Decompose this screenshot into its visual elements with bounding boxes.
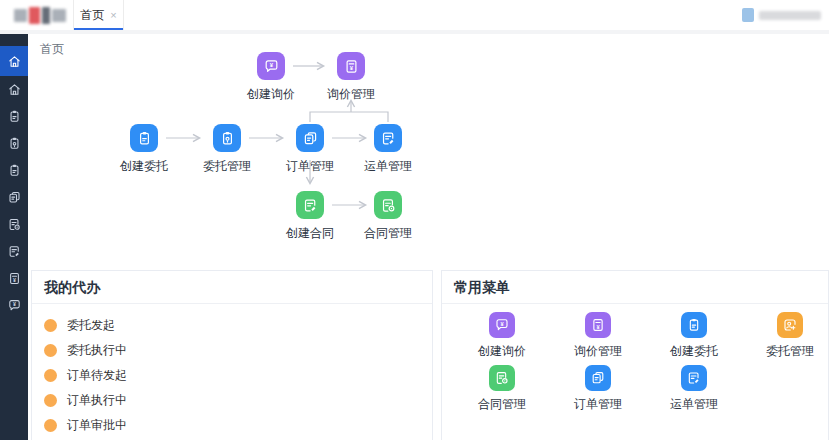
clipboard-bulb-icon	[7, 136, 22, 151]
menu-item-inquiry-manage[interactable]: 询价管理	[550, 312, 646, 365]
app-logo[interactable]	[14, 6, 66, 24]
flow-node-label: 创建合同	[270, 225, 350, 242]
sidebar-item-entrust-create[interactable]	[0, 103, 28, 130]
tab-active-underline	[74, 28, 123, 30]
flow-node-label: 创建询价	[231, 86, 311, 103]
home-outline-icon	[7, 82, 22, 97]
sidebar-item-home-active[interactable]	[0, 46, 28, 76]
doc-yen-icon	[7, 271, 22, 286]
todo-item-label: 订单执行中	[67, 392, 127, 409]
todo-panel-title: 我的代办	[32, 271, 432, 304]
doc-yen-icon	[337, 52, 365, 80]
main-content: 首页 创建询价 询价管理 创建委托 委托管理	[28, 34, 829, 440]
menu-item-waybill-manage[interactable]: 运单管理	[646, 365, 742, 418]
flow-node-order-manage[interactable]: 订单管理	[270, 124, 350, 175]
doc-edit-icon	[681, 365, 707, 391]
menu-item-entrust-manage[interactable]: 委托管理	[742, 312, 829, 365]
menu-item-label: 询价管理	[574, 343, 622, 360]
todo-item[interactable]: 委托发起	[32, 313, 432, 338]
menu-item-create-entrust[interactable]: 创建委托	[646, 312, 742, 365]
tab-home-label: 首页	[80, 7, 104, 24]
user-menu[interactable]	[742, 0, 821, 30]
status-dot-icon	[44, 344, 57, 357]
menu-item-label: 订单管理	[574, 396, 622, 413]
common-menu-grid: 创建询价 询价管理 创建委托 委托管理 合同管理 订单管理	[442, 304, 828, 418]
clipboard-icon	[7, 163, 22, 178]
clipboard-icon	[7, 109, 22, 124]
person-plus-icon	[777, 312, 803, 338]
todo-item-label: 订单审批中	[67, 417, 127, 434]
orders-copy-icon	[7, 190, 22, 205]
todo-item[interactable]: 订单审批中	[32, 413, 432, 438]
tab-close-icon[interactable]: ×	[110, 10, 116, 21]
menu-item-label: 合同管理	[478, 396, 526, 413]
todo-list: 委托发起 委托执行中 订单待发起 订单执行中 订单审批中	[32, 313, 432, 438]
orders-copy-icon	[296, 124, 324, 152]
menu-item-order-manage[interactable]: 订单管理	[550, 365, 646, 418]
top-bar: 首页 ×	[0, 0, 829, 30]
sidebar-item-orders[interactable]	[0, 184, 28, 211]
menu-item-create-inquiry[interactable]: 创建询价	[454, 312, 550, 365]
todo-item-label: 委托发起	[67, 317, 115, 334]
message-yen-icon	[7, 298, 22, 313]
clipboard-icon	[130, 124, 158, 152]
status-dot-icon	[44, 369, 57, 382]
message-yen-icon	[257, 52, 285, 80]
flow-node-inquiry-manage[interactable]: 询价管理	[311, 52, 391, 103]
menu-item-label: 委托管理	[766, 343, 814, 360]
common-menu-panel: 常用菜单 创建询价 询价管理 创建委托 委托管理 合同管理	[441, 270, 829, 440]
doc-edit-icon	[296, 191, 324, 219]
clipboard-icon	[681, 312, 707, 338]
contract-seal-icon	[7, 217, 22, 232]
sidebar-item-home[interactable]	[0, 76, 28, 103]
home-icon	[7, 54, 22, 69]
user-avatar-icon	[742, 8, 754, 22]
doc-yen-icon	[585, 312, 611, 338]
todo-item[interactable]: 订单执行中	[32, 388, 432, 413]
flow-node-label: 创建委托	[104, 158, 184, 175]
contract-seal-icon	[374, 191, 402, 219]
todo-item-label: 委托执行中	[67, 342, 127, 359]
clipboard-bulb-icon	[213, 124, 241, 152]
sidebar-item-inquiry-manage[interactable]	[0, 265, 28, 292]
flow-node-waybill-manage[interactable]: 运单管理	[348, 124, 428, 175]
todo-panel: 我的代办 委托发起 委托执行中 订单待发起 订单执行中 订单审批中	[31, 270, 433, 440]
doc-edit-icon	[7, 244, 22, 259]
sidebar-item-inquiry-create[interactable]	[0, 292, 28, 319]
flow-node-entrust-manage[interactable]: 委托管理	[187, 124, 267, 175]
message-yen-icon	[489, 312, 515, 338]
status-dot-icon	[44, 319, 57, 332]
common-menu-title: 常用菜单	[442, 271, 828, 304]
flow-node-contract-manage[interactable]: 合同管理	[348, 191, 428, 242]
sidebar-item-entrust-manage[interactable]	[0, 130, 28, 157]
sidebar-item-waybills[interactable]	[0, 238, 28, 265]
orders-copy-icon	[585, 365, 611, 391]
flow-node-create-entrust[interactable]: 创建委托	[104, 124, 184, 175]
doc-edit-icon	[374, 124, 402, 152]
menu-item-label: 创建询价	[478, 343, 526, 360]
flow-node-label: 询价管理	[311, 86, 391, 103]
flow-node-label: 运单管理	[348, 158, 428, 175]
sidebar-nav	[0, 34, 28, 440]
user-name-redacted	[759, 11, 821, 20]
contract-seal-icon	[489, 365, 515, 391]
todo-item-label: 订单待发起	[67, 367, 127, 384]
status-dot-icon	[44, 394, 57, 407]
sidebar-item-contracts[interactable]	[0, 211, 28, 238]
flow-node-label: 委托管理	[187, 158, 267, 175]
status-dot-icon	[44, 419, 57, 432]
todo-item[interactable]: 订单待发起	[32, 363, 432, 388]
flow-node-create-contract[interactable]: 创建合同	[270, 191, 350, 242]
sidebar-item-entrust-list[interactable]	[0, 157, 28, 184]
menu-item-label: 创建委托	[670, 343, 718, 360]
menu-item-label: 运单管理	[670, 396, 718, 413]
flow-node-create-inquiry[interactable]: 创建询价	[231, 52, 311, 103]
flow-node-label: 订单管理	[270, 158, 350, 175]
tab-home[interactable]: 首页 ×	[73, 0, 124, 30]
todo-item[interactable]: 委托执行中	[32, 338, 432, 363]
flow-node-label: 合同管理	[348, 225, 428, 242]
menu-item-contract-manage[interactable]: 合同管理	[454, 365, 550, 418]
